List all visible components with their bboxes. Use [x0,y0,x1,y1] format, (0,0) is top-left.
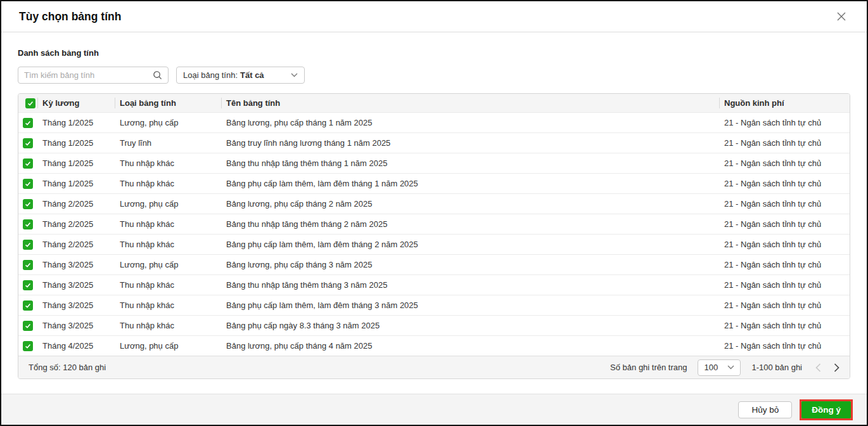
previous-page-icon[interactable] [815,363,821,372]
row-checkbox[interactable] [23,321,33,331]
page-size-select[interactable]: 100 [698,359,741,376]
select-all-checkbox[interactable] [25,98,35,108]
search-input[interactable] [24,70,153,80]
row-checkbox[interactable] [23,300,33,311]
row-checkbox[interactable] [23,219,33,229]
search-box [18,67,169,84]
row-checkbox-cell [18,118,37,128]
row-checkbox[interactable] [23,199,33,209]
cell-funding-source: 21 - Ngân sách tỉnh tự chủ [719,179,850,188]
dialog-header: Tùy chọn bảng tính [1,1,867,32]
table-row: Tháng 1/2025 Lương, phụ cấp Bảng lương, … [18,112,850,132]
table-row: Tháng 2/2025 Thu nhập khác Bảng thu nhập… [18,214,850,234]
cell-funding-source: 21 - Ngân sách tỉnh tự chủ [719,219,850,229]
cell-funding-source: 21 - Ngân sách tỉnh tự chủ [719,341,850,351]
row-checkbox[interactable] [23,158,33,169]
total-records-text: Tổng số: 120 bản ghi [29,363,106,372]
cell-funding-source: 21 - Ngân sách tỉnh tự chủ [719,240,850,249]
cell-sheet-type: Thu nhập khác [115,179,221,188]
table-row: Tháng 3/2025 Thu nhập khác Bảng phụ cấp … [18,295,850,315]
confirm-button[interactable]: Đồng ý [801,401,851,418]
cell-sheet-type: Lương, phụ cấp [115,260,221,269]
cell-sheet-type: Thu nhập khác [115,300,221,310]
list-section-label: Danh sách bảng tính [18,48,850,58]
sheet-type-filter-dropdown[interactable]: Loại bảng tính: Tất cả [176,67,305,84]
cell-sheet-type: Truy lĩnh [115,138,221,148]
row-checkbox[interactable] [23,138,33,148]
row-checkbox[interactable] [23,280,33,290]
chevron-down-icon [727,365,734,370]
table-row: Tháng 3/2025 Lương, phụ cấp Bảng lương, … [18,254,850,274]
cell-salary-period: Tháng 2/2025 [37,219,115,229]
cell-salary-period: Tháng 1/2025 [37,158,115,168]
table-row: Tháng 4/2025 Lương, phụ cấp Bảng lương, … [18,335,850,356]
cell-funding-source: 21 - Ngân sách tỉnh tự chủ [719,280,850,290]
header-fund: Nguồn kinh phí [719,94,850,112]
pagination-controls: Số bản ghi trên trang 100 1-100 bản ghi [610,359,839,376]
cell-sheet-name: Bảng phụ cấp làm thêm, làm đêm tháng 3 n… [221,300,719,310]
cell-sheet-name: Bảng phụ cấp làm thêm, làm đêm tháng 2 n… [221,240,719,249]
cell-salary-period: Tháng 3/2025 [37,300,115,310]
filter-label: Loại bảng tính: [183,70,238,80]
cell-funding-source: 21 - Ngân sách tỉnh tự chủ [719,321,850,330]
cell-sheet-name: Bảng thu nhập tăng thêm tháng 2 năm 2025 [221,219,719,229]
cell-funding-source: 21 - Ngân sách tỉnh tự chủ [719,199,850,209]
row-checkbox[interactable] [23,179,33,189]
row-checkbox-cell [18,179,37,189]
table-row: Tháng 3/2025 Thu nhập khác Bảng thu nhập… [18,274,850,295]
spreadsheet-options-dialog: Tùy chọn bảng tính Danh sách bảng tính L… [0,0,868,426]
table-row: Tháng 2/2025 Thu nhập khác Bảng phụ cấp … [18,234,850,254]
cell-funding-source: 21 - Ngân sách tỉnh tự chủ [719,260,850,269]
cell-salary-period: Tháng 2/2025 [37,199,115,209]
cell-sheet-type: Thu nhập khác [115,240,221,249]
filter-selected-value: Tất cả [240,70,264,80]
cell-sheet-type: Lương, phụ cấp [115,199,221,209]
cancel-button[interactable]: Hủy bỏ [738,401,792,418]
header-name: Tên bảng tính [221,94,719,112]
cell-salary-period: Tháng 1/2025 [37,118,115,127]
cell-sheet-name: Bảng lương, phụ cấp tháng 4 năm 2025 [221,341,719,351]
record-range-text: 1-100 bản ghi [751,363,802,372]
row-checkbox-cell [18,199,37,209]
row-checkbox[interactable] [23,341,33,351]
cell-sheet-name: Bảng phụ cấp làm thêm, làm đêm tháng 1 n… [221,179,719,188]
page-size-value: 100 [704,363,718,372]
row-checkbox-cell [18,321,37,331]
header-type: Loại bảng tính [115,94,221,112]
cell-sheet-name: Bảng thu nhập tăng thêm tháng 3 năm 2025 [221,280,719,290]
cell-salary-period: Tháng 1/2025 [37,138,115,148]
search-icon [153,70,162,80]
select-all-cell [18,94,37,112]
cell-salary-period: Tháng 2/2025 [37,240,115,249]
table-row: Tháng 3/2025 Thu nhập khác Bảng phụ cấp … [18,315,850,335]
cell-salary-period: Tháng 3/2025 [37,280,115,290]
cell-sheet-name: Bảng lương, phụ cấp tháng 3 năm 2025 [221,260,719,269]
row-checkbox-cell [18,341,37,351]
row-checkbox-cell [18,219,37,229]
table-row: Tháng 1/2025 Truy lĩnh Bảng truy lĩnh nâ… [18,132,850,153]
row-checkbox[interactable] [23,118,33,128]
cell-funding-source: 21 - Ngân sách tỉnh tự chủ [719,300,850,310]
next-page-icon[interactable] [834,363,839,372]
cell-funding-source: 21 - Ngân sách tỉnh tự chủ [719,158,850,168]
row-checkbox[interactable] [23,260,33,270]
cell-salary-period: Tháng 3/2025 [37,321,115,330]
row-checkbox[interactable] [23,240,33,250]
table-footer: Tổng số: 120 bản ghi Số bản ghi trên tra… [18,356,850,378]
confirm-button-highlight: Đồng ý [800,399,853,420]
cell-salary-period: Tháng 1/2025 [37,179,115,188]
cell-sheet-type: Thu nhập khác [115,158,221,168]
cell-sheet-type: Thu nhập khác [115,321,221,330]
cell-sheet-type: Thu nhập khác [115,219,221,229]
cell-sheet-type: Thu nhập khác [115,280,221,290]
table-header-row: Kỳ lương Loại bảng tính Tên bảng tính Ng… [18,94,850,112]
row-checkbox-cell [18,280,37,290]
header-period: Kỳ lương [37,94,115,112]
table-row: Tháng 1/2025 Thu nhập khác Bảng phụ cấp … [18,173,850,193]
pager [815,363,839,372]
filter-controls: Loại bảng tính: Tất cả [18,67,850,84]
close-icon[interactable] [835,10,848,23]
table-row: Tháng 2/2025 Lương, phụ cấp Bảng lương, … [18,193,850,214]
row-checkbox-cell [18,158,37,169]
cell-sheet-name: Bảng lương, phụ cấp tháng 2 năm 2025 [221,199,719,209]
